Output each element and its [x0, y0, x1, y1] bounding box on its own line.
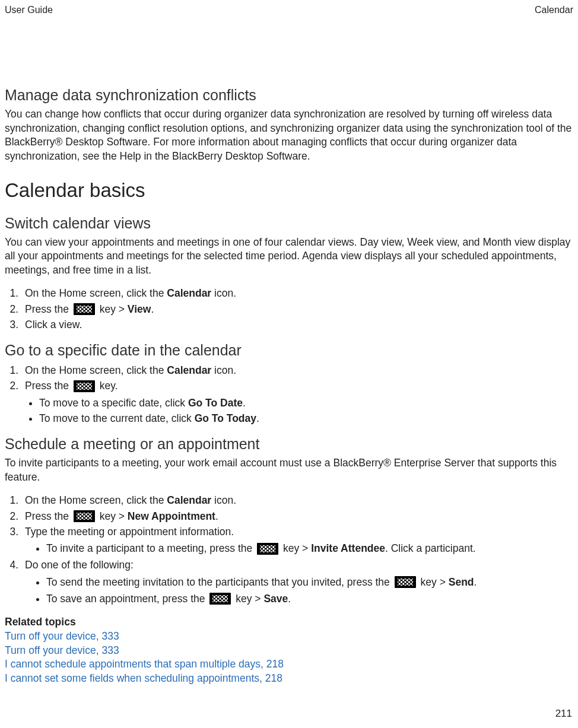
text: Press the [25, 380, 72, 392]
bullet-item: To move to the current date, click Go To… [39, 411, 573, 426]
menu-key-icon [395, 576, 416, 588]
text: On the Home screen, click the [25, 364, 167, 376]
menu-key-icon [257, 543, 278, 555]
text: Press the [25, 510, 72, 522]
text: To send the meeting invitation to the pa… [46, 576, 393, 588]
heading-calendar-basics: Calendar basics [5, 179, 573, 202]
body-switch-views: You can view your appointments and meeti… [5, 236, 573, 278]
text: key > [280, 542, 311, 554]
page-number: 211 [555, 708, 572, 720]
sub-bullets: To send the meeting invitation to the pa… [25, 574, 573, 607]
text: To invite a participant to a meeting, pr… [46, 542, 255, 554]
text: . [288, 593, 291, 605]
text: To move to the current date, click [39, 412, 195, 424]
step-item: On the Home screen, click the Calendar i… [21, 285, 573, 301]
step-item: Type the meeting or appointment informat… [21, 524, 573, 557]
text: . [215, 510, 218, 522]
bold-text: Invite Attendee [311, 542, 385, 554]
bold-text: Calendar [167, 287, 211, 299]
text: Press the [25, 303, 72, 315]
text: . [256, 412, 259, 424]
text: key > [418, 576, 449, 588]
bold-text: Save [263, 593, 288, 605]
header-right: Calendar [535, 5, 573, 15]
text: . [474, 576, 477, 588]
text: Type the meeting or appointment informat… [25, 526, 234, 538]
heading-manage-conflicts: Manage data synchronization conflicts [5, 87, 573, 104]
related-link[interactable]: Turn off your device, 333 [5, 644, 573, 658]
text: icon. [211, 494, 236, 506]
text: key > [233, 593, 263, 605]
step-item: Press the key > View. [21, 301, 573, 317]
bold-text: Go To Date [188, 397, 243, 409]
text: To save an appointment, press the [46, 593, 208, 605]
header-left: User Guide [5, 5, 53, 15]
text: key > [97, 303, 128, 315]
related-link[interactable]: I cannot schedule appointments that span… [5, 657, 573, 672]
page-content: Manage data synchronization conflicts Yo… [0, 15, 578, 686]
related-link[interactable]: I cannot set some fields when scheduling… [5, 672, 573, 686]
text: icon. [211, 364, 236, 376]
text: . [243, 397, 246, 409]
menu-key-icon [74, 510, 95, 522]
step-item: Click a view. [21, 317, 573, 332]
text: icon. [211, 287, 236, 299]
bold-text: Go To Today [195, 412, 256, 424]
step-item: Press the key > New Appointment. [21, 508, 573, 524]
menu-key-icon [74, 303, 95, 315]
steps-goto-date: On the Home screen, click the Calendar i… [5, 363, 573, 426]
sub-bullets: To move to a specific date, click Go To … [25, 395, 573, 427]
step-item: Press the key. To move to a specific dat… [21, 378, 573, 426]
bullet-item: To invite a participant to a meeting, pr… [46, 541, 573, 556]
bold-text: Calendar [167, 364, 211, 376]
heading-goto-date: Go to a specific date in the calendar [5, 342, 573, 359]
bold-text: Send [449, 576, 474, 588]
text: key > [97, 510, 128, 522]
text: On the Home screen, click the [25, 494, 167, 506]
text: Do one of the following: [25, 559, 134, 571]
step-item: On the Home screen, click the Calendar i… [21, 363, 573, 378]
step-item: Do one of the following: To send the mee… [21, 557, 573, 606]
bold-text: Calendar [167, 494, 211, 506]
menu-key-icon [209, 593, 231, 605]
body-manage-conflicts: You can change how conflicts that occur … [5, 107, 573, 164]
text: . [151, 303, 154, 315]
heading-schedule: Schedule a meeting or an appointment [5, 435, 573, 453]
bold-text: New Appointment [128, 510, 215, 522]
bold-text: View [128, 303, 151, 315]
bullet-item: To send the meeting invitation to the pa… [46, 574, 573, 590]
text: key. [97, 380, 118, 392]
bullet-item: To save an appointment, press the key > … [46, 591, 573, 606]
text: On the Home screen, click the [25, 287, 167, 299]
page-header: User Guide Calendar [0, 0, 578, 15]
body-schedule: To invite participants to a meeting, you… [5, 456, 573, 484]
step-item: On the Home screen, click the Calendar i… [21, 492, 573, 508]
text: To move to a specific date, click [39, 397, 188, 409]
bullet-item: To move to a specific date, click Go To … [39, 395, 573, 411]
heading-switch-views: Switch calendar views [5, 215, 573, 232]
steps-schedule: On the Home screen, click the Calendar i… [5, 492, 573, 606]
related-topics-heading: Related topics [5, 616, 573, 628]
sub-bullets: To invite a participant to a meeting, pr… [25, 541, 573, 556]
related-link[interactable]: Turn off your device, 333 [5, 630, 573, 644]
menu-key-icon [74, 380, 95, 392]
text: . Click a participant. [385, 542, 476, 554]
steps-switch-views: On the Home screen, click the Calendar i… [5, 285, 573, 332]
